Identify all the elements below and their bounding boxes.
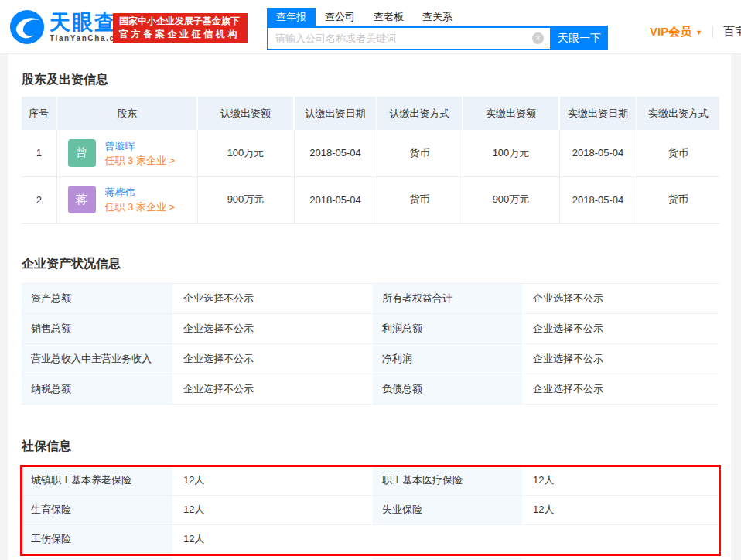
avatar[interactable]: 蒋	[68, 186, 96, 213]
tab-boss[interactable]: 查老板	[364, 8, 413, 26]
kv-label: 城镇职工基本养老保险	[22, 466, 174, 496]
kv-value: 12人	[174, 496, 371, 525]
cell-subscribed-method: 货币	[377, 130, 463, 176]
table-row: 生育保险 12人 失业保险 12人	[22, 496, 719, 525]
shareholder-name-link[interactable]: 蒋桦伟	[105, 186, 176, 198]
toolbox-link[interactable]: 百宝箱	[723, 25, 741, 39]
official-certification-badge: 国家中小企业发展子基金旗下 官方备案企业征信机构	[113, 13, 248, 43]
table-row: 资产总额 企业选择不公示 所有者权益合计 企业选择不公示	[22, 284, 719, 314]
cell-index: 2	[22, 176, 56, 223]
clear-input-icon[interactable]: ×	[532, 32, 544, 44]
avatar[interactable]: 曾	[68, 139, 96, 167]
search-tabs: 查年报 查公司 查老板 查关系	[267, 8, 608, 27]
badge-line1: 国家中小企业发展子基金旗下	[119, 15, 241, 28]
kv-value: 12人	[524, 466, 718, 496]
shareholder-name-link[interactable]: 曾璇晖	[105, 140, 176, 152]
section-social-insurance: 社保信息 城镇职工基本养老保险 12人 职工基本医疗保险 12人 生育保险 12…	[22, 440, 719, 560]
header-right-links: VIP会员 ▼ 百宝箱	[650, 25, 741, 39]
table-row: 营业总收入中主营业务收入 企业选择不公示 净利润 企业选择不公示	[22, 344, 719, 374]
search-module: 查年报 查公司 查老板 查关系 × 天眼一下	[267, 8, 608, 50]
kv-value: 企业选择不公示	[174, 284, 371, 314]
kv-value	[174, 558, 371, 560]
section-title-social: 社保信息	[22, 440, 719, 452]
col-paid-amount: 实缴出资额	[463, 97, 559, 130]
section-assets: 企业资产状况信息 资产总额 企业选择不公示 所有者权益合计 企业选择不公示 销售…	[22, 258, 719, 405]
kv-label	[22, 558, 174, 560]
top-header: 天眼查 TianYanCha.com 国家中小企业发展子基金旗下 官方备案企业征…	[0, 0, 741, 54]
cell-paid-method: 货币	[637, 130, 719, 176]
cell-paid-method: 货币	[637, 176, 719, 223]
tab-company[interactable]: 查公司	[316, 8, 364, 26]
kv-label: 工伤保险	[22, 525, 174, 555]
kv-label: 职工基本医疗保险	[371, 466, 524, 496]
kv-label: 负债总额	[371, 374, 524, 405]
cell-index: 1	[22, 130, 56, 176]
cell-paid-date: 2018-05-04	[559, 130, 637, 176]
kv-value: 企业选择不公示	[524, 374, 718, 405]
table-row: 纳税总额 企业选择不公示 负债总额 企业选择不公示	[22, 374, 719, 405]
kv-label: 所有者权益合计	[371, 284, 524, 314]
kv-blank-cell	[524, 525, 718, 555]
kv-value: 企业选择不公示	[524, 314, 718, 344]
section-title-shareholders: 股东及出资信息	[22, 73, 719, 86]
kv-value	[524, 558, 718, 560]
header-divider	[712, 26, 713, 39]
kv-label: 利润总额	[371, 314, 524, 344]
cell-subscribed-amount: 100万元	[197, 130, 294, 176]
kv-label	[371, 558, 524, 560]
caret-down-icon: ▼	[695, 29, 702, 36]
search-button[interactable]: 天眼一下	[551, 27, 608, 50]
social-insurance-table: 城镇职工基本养老保险 12人 职工基本医疗保险 12人 生育保险 12人 失业保…	[22, 466, 719, 555]
kv-value: 12人	[174, 525, 371, 555]
section-shareholders: 股东及出资信息 序号 股东 认缴出资额 认缴出资日期 认缴出资方式 实缴出资额 …	[22, 73, 719, 224]
kv-label: 营业总收入中主营业务收入	[22, 344, 174, 374]
kv-label: 资产总额	[22, 284, 174, 314]
col-subscribed-method: 认缴出资方式	[377, 97, 463, 130]
kv-value: 12人	[524, 496, 718, 525]
table-row: 城镇职工基本养老保险 12人 职工基本医疗保险 12人	[22, 466, 719, 496]
section-title-assets: 企业资产状况信息	[22, 258, 719, 270]
kv-label: 纳税总额	[22, 374, 174, 405]
col-paid-method: 实缴出资方式	[637, 97, 719, 130]
vip-member-link[interactable]: VIP会员 ▼	[650, 25, 702, 39]
table-row: 销售总额 企业选择不公示 利润总额 企业选择不公示	[22, 314, 719, 344]
shareholder-cell: 曾 曾璇晖 任职 3 家企业 >	[57, 139, 197, 167]
kv-value: 企业选择不公示	[174, 344, 371, 374]
kv-label: 失业保险	[371, 496, 524, 525]
cell-subscribed-date: 2018-05-04	[294, 130, 377, 176]
col-subscribed-date: 认缴出资日期	[294, 97, 377, 130]
table-row: 工伤保险 12人	[22, 525, 719, 555]
table-row-partial	[22, 558, 719, 560]
col-subscribed-amount: 认缴出资额	[197, 97, 294, 130]
tianyancha-logo-icon	[9, 9, 45, 45]
kv-value: 企业选择不公示	[174, 314, 371, 344]
cell-paid-amount: 900万元	[463, 176, 559, 223]
kv-label: 销售总额	[22, 314, 174, 344]
kv-value: 12人	[174, 466, 371, 496]
tab-relation[interactable]: 查关系	[413, 8, 462, 26]
kv-value: 企业选择不公示	[174, 374, 371, 405]
kv-label: 净利润	[371, 344, 524, 374]
tianyancha-logo[interactable]: 天眼查 TianYanCha.com	[9, 9, 129, 45]
shareholder-positions-link[interactable]: 任职 3 家企业 >	[105, 155, 176, 166]
kv-blank-cell	[371, 525, 524, 555]
kv-label: 生育保险	[22, 496, 174, 525]
cell-subscribed-date: 2018-05-04	[294, 176, 377, 223]
shareholder-cell: 蒋 蒋桦伟 任职 3 家企业 >	[57, 186, 197, 213]
tab-annual-report[interactable]: 查年报	[267, 8, 316, 26]
table-row: 2 蒋 蒋桦伟 任职 3 家企业 > 900万元 2018-05-04 货币	[22, 176, 719, 223]
assets-table: 资产总额 企业选择不公示 所有者权益合计 企业选择不公示 销售总额 企业选择不公…	[22, 283, 719, 405]
report-content-card: 股东及出资信息 序号 股东 认缴出资额 认缴出资日期 认缴出资方式 实缴出资额 …	[8, 54, 731, 560]
kv-value: 企业选择不公示	[524, 344, 718, 374]
kv-value: 企业选择不公示	[524, 284, 718, 314]
search-input[interactable]	[267, 27, 551, 50]
shareholders-table: 序号 股东 认缴出资额 认缴出资日期 认缴出资方式 实缴出资额 实缴出资日期 实…	[22, 97, 719, 224]
vip-label: VIP会员	[650, 25, 691, 39]
col-paid-date: 实缴出资日期	[559, 97, 637, 130]
cell-subscribed-amount: 900万元	[197, 176, 294, 223]
cell-paid-date: 2018-05-04	[559, 176, 637, 223]
shareholder-positions-link[interactable]: 任职 3 家企业 >	[105, 201, 176, 213]
table-row: 1 曾 曾璇晖 任职 3 家企业 > 100万元 2018-05-04 货币	[22, 130, 719, 176]
cell-subscribed-method: 货币	[377, 176, 463, 223]
badge-line2: 官方备案企业征信机构	[119, 28, 241, 41]
